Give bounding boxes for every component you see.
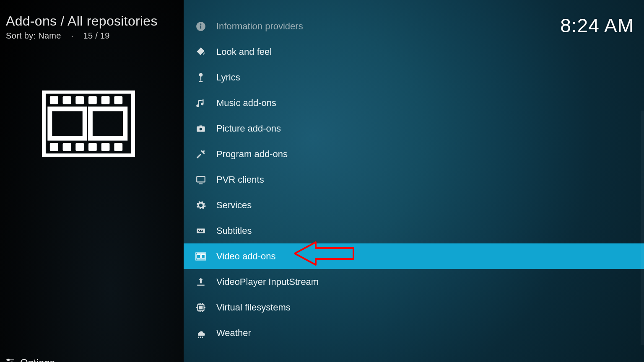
options-button[interactable]: Options bbox=[5, 357, 55, 362]
svg-line-54 bbox=[202, 336, 203, 338]
position-total: 19 bbox=[100, 31, 110, 40]
list-item-program-addons[interactable]: Program add-ons bbox=[184, 141, 644, 167]
svg-rect-12 bbox=[114, 143, 122, 151]
breadcrumb: Add-ons / All repositories bbox=[6, 13, 158, 29]
sort-prefix: Sort by: bbox=[6, 31, 36, 40]
info-circle-icon bbox=[192, 21, 210, 32]
list-item-label: Video add-ons bbox=[216, 251, 276, 262]
film-icon bbox=[42, 90, 135, 157]
svg-rect-7 bbox=[50, 143, 58, 151]
svg-rect-35 bbox=[202, 230, 203, 230]
list-item-label: Services bbox=[216, 200, 252, 211]
options-label: Options bbox=[20, 357, 55, 362]
svg-rect-11 bbox=[101, 143, 110, 151]
svg-rect-14 bbox=[90, 109, 125, 138]
svg-rect-29 bbox=[200, 125, 203, 127]
list-item-look-and-feel[interactable]: Look and feel bbox=[184, 39, 644, 65]
category-list: Information providers Look and feel Lyri… bbox=[184, 13, 644, 362]
list-item-label: Picture add-ons bbox=[216, 123, 281, 134]
svg-rect-2 bbox=[63, 96, 71, 104]
svg-rect-33 bbox=[198, 230, 199, 230]
list-item-label: Weather bbox=[216, 328, 251, 339]
list-item-label: Information providers bbox=[216, 21, 303, 32]
svg-rect-3 bbox=[75, 96, 84, 104]
list-item-video-addons[interactable]: Video add-ons bbox=[184, 243, 644, 269]
list-item-lyrics[interactable]: Lyrics bbox=[184, 65, 644, 90]
svg-rect-30 bbox=[197, 176, 205, 182]
svg-rect-25 bbox=[200, 76, 201, 80]
svg-rect-6 bbox=[114, 96, 122, 104]
list-item-subtitles[interactable]: Subtitles bbox=[184, 218, 644, 243]
list-item-label: VideoPlayer InputStream bbox=[216, 277, 319, 287]
position-slash: / bbox=[95, 31, 100, 40]
svg-point-23 bbox=[200, 23, 201, 25]
list-item-label: Virtual filesystems bbox=[216, 302, 291, 313]
svg-rect-1 bbox=[50, 96, 58, 104]
scrollbar[interactable] bbox=[641, 111, 644, 345]
svg-line-53 bbox=[200, 336, 201, 338]
list-item-label: Lyrics bbox=[216, 72, 240, 83]
sidebar: Add-ons / All repositories Sort by: Name… bbox=[0, 0, 184, 362]
list-item-music-addons[interactable]: Music add-ons bbox=[184, 90, 644, 116]
svg-rect-39 bbox=[201, 254, 205, 258]
svg-rect-43 bbox=[200, 306, 203, 309]
weather-icon bbox=[192, 328, 210, 339]
svg-rect-10 bbox=[88, 143, 97, 151]
upload-icon bbox=[192, 277, 210, 287]
svg-point-24 bbox=[199, 73, 203, 77]
tv-icon bbox=[192, 174, 210, 185]
list-item-virtual-filesystems[interactable]: Virtual filesystems bbox=[184, 295, 644, 320]
chip-icon bbox=[192, 302, 210, 313]
list-item-label: Look and feel bbox=[216, 47, 272, 57]
svg-rect-9 bbox=[75, 143, 84, 151]
svg-rect-22 bbox=[200, 25, 201, 28]
selection-thumbnail bbox=[42, 90, 135, 157]
paint-bucket-icon bbox=[192, 47, 210, 57]
list-item-label: Music add-ons bbox=[216, 98, 276, 109]
camera-icon bbox=[192, 123, 210, 134]
music-note-icon bbox=[192, 98, 210, 109]
sort-line[interactable]: Sort by: Name · 15 / 19 bbox=[6, 31, 110, 41]
svg-rect-38 bbox=[197, 254, 200, 258]
list-item-information-providers[interactable]: Information providers bbox=[184, 13, 644, 39]
list-item-services[interactable]: Services bbox=[184, 192, 644, 218]
film-icon bbox=[192, 251, 210, 262]
svg-point-28 bbox=[200, 127, 203, 130]
svg-point-16 bbox=[7, 359, 10, 361]
svg-rect-8 bbox=[63, 143, 71, 151]
sliders-icon bbox=[5, 358, 16, 362]
gear-icon bbox=[192, 200, 210, 211]
svg-rect-5 bbox=[101, 96, 110, 104]
sort-separator: · bbox=[71, 31, 73, 40]
svg-rect-4 bbox=[88, 96, 97, 104]
list-item-picture-addons[interactable]: Picture add-ons bbox=[184, 116, 644, 141]
svg-rect-13 bbox=[50, 109, 85, 138]
svg-rect-36 bbox=[199, 231, 203, 232]
sort-value: Name bbox=[38, 31, 61, 40]
svg-rect-34 bbox=[200, 230, 201, 230]
list-item-label: Subtitles bbox=[216, 225, 252, 236]
main-panel: 8:24 AM Information providers Look and f… bbox=[184, 0, 644, 362]
svg-line-52 bbox=[199, 336, 199, 338]
list-item-label: PVR clients bbox=[216, 174, 264, 185]
svg-rect-26 bbox=[199, 81, 203, 82]
list-item-weather[interactable]: Weather bbox=[184, 320, 644, 346]
tools-icon bbox=[192, 149, 210, 160]
list-item-videoplayer-inputstream[interactable]: VideoPlayer InputStream bbox=[184, 269, 644, 295]
position-current: 15 bbox=[83, 31, 93, 40]
list-item-pvr-clients[interactable]: PVR clients bbox=[184, 167, 644, 192]
microphone-icon bbox=[192, 72, 210, 83]
list-item-label: Program add-ons bbox=[216, 149, 288, 160]
keyboard-icon bbox=[192, 225, 210, 236]
